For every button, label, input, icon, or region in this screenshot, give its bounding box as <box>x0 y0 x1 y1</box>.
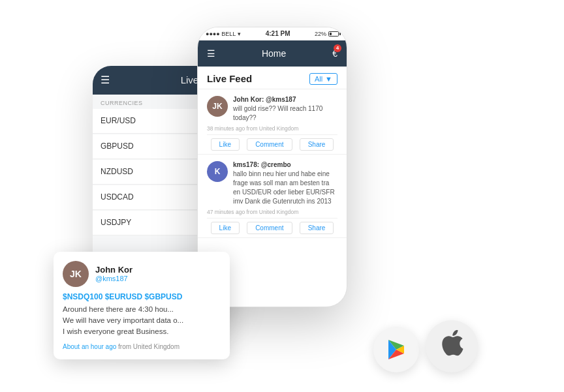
filter-chevron-icon: ▼ <box>325 75 332 83</box>
nav-euro-badge[interactable]: € 4 <box>332 48 337 59</box>
feed-item-2-avatar: K <box>207 161 228 182</box>
currency-name-usdcad: USDCAD <box>101 192 202 202</box>
google-play-badge[interactable] <box>373 327 419 372</box>
signal-dots: ●●●● BELL <box>206 31 236 37</box>
feed-item-2-top: K kms178: @crembo hallo binn neu hier un… <box>207 161 337 206</box>
feed-item-1-actions: Like Comment Share <box>207 134 337 154</box>
feed-item-1-avatar: JK <box>207 96 228 117</box>
status-bar: ●●●● BELL ▾ 4:21 PM 22% <box>198 27 347 40</box>
nav-home-title: Home <box>262 48 286 59</box>
nav-hamburger-icon[interactable]: ☰ <box>207 48 215 59</box>
tweet-handle: @kms187 <box>95 275 133 282</box>
scene: ☰ Live Rate CURRENCIES EUR/USD GBPUSD NZ… <box>54 14 510 379</box>
currency-name-usdjpy: USDJPY <box>101 218 202 227</box>
feed-item-2: K kms178: @crembo hallo binn neu hier un… <box>198 155 347 238</box>
feed-item-2-message: hallo binn neu hier und habe eine frage … <box>233 170 337 206</box>
battery-pct: 22% <box>315 31 326 37</box>
feed-item-1-top: JK John Kor: @kms187 will gold rise?? Wi… <box>207 96 337 123</box>
tweet-username: John Kor <box>95 265 133 275</box>
feed-item-2-time: 47 minutes ago from United Kingdom <box>207 209 337 215</box>
feed-item-1-comment[interactable]: Comment <box>247 138 292 151</box>
currency-name-eurusd: EUR/USD <box>101 116 202 125</box>
tweet-card: JK John Kor @kms187 $NSDQ100 $EURUSD $GB… <box>54 252 230 359</box>
feed-item-2-text: kms178: @crembo hallo binn neu hier und … <box>233 161 337 206</box>
hamburger-icon: ☰ <box>101 74 110 86</box>
feed-item-2-comment[interactable]: Comment <box>247 222 292 234</box>
status-time: 4:21 PM <box>266 30 290 37</box>
feed-item-2-actions: Like Comment Share <box>207 218 337 237</box>
google-play-icon <box>383 337 409 363</box>
currency-name-nzdusd: NZDUSD <box>101 167 202 176</box>
phone-nav: ☰ Home € 4 <box>198 40 347 67</box>
apple-badge[interactable] <box>426 320 478 372</box>
feed-item-2-username: kms178: @crembo <box>233 161 337 168</box>
status-left: ●●●● BELL ▾ <box>206 31 241 37</box>
feed-filter-label: All <box>315 75 322 83</box>
tweet-from: from United Kingdom <box>118 343 180 350</box>
apple-icon <box>440 330 463 362</box>
currency-name-gbpusd: GBPUSD <box>101 142 202 151</box>
feed-item-1-share[interactable]: Share <box>300 138 334 151</box>
tweet-footer: About an hour ago from United Kingdom <box>63 343 221 350</box>
tweet-user-info: John Kor @kms187 <box>95 265 133 282</box>
feed-filter-button[interactable]: All ▼ <box>309 73 337 85</box>
battery-icon <box>328 31 339 37</box>
tweet-avatar: JK <box>63 261 89 287</box>
feed-item-1: JK John Kor: @kms187 will gold rise?? Wi… <box>198 89 347 155</box>
feed-item-1-message: will gold rise?? Will reach 1170 today?? <box>233 104 337 123</box>
feed-item-1-text: John Kor: @kms187 will gold rise?? Will … <box>233 96 337 123</box>
feed-header: Live Feed All ▼ <box>198 67 347 89</box>
feed-item-2-like[interactable]: Like <box>211 222 240 234</box>
live-feed-label: Live Feed <box>207 73 252 84</box>
wifi-icon: ▾ <box>238 31 241 37</box>
euro-badge-count: 4 <box>334 44 341 52</box>
feed-item-1-username: John Kor: @kms187 <box>233 96 337 103</box>
feed-item-1-time: 38 minutes ago from United Kingdom <box>207 125 337 132</box>
tweet-hashtags: $NSDQ100 $EURUSD $GBPUSD <box>63 292 221 301</box>
feed-item-1-like[interactable]: Like <box>211 138 240 151</box>
feed-item-2-share[interactable]: Share <box>300 222 334 234</box>
tweet-time: About an hour ago <box>63 343 116 350</box>
tweet-body: Around here there are 4:30 hou... We wil… <box>63 304 221 338</box>
status-right: 22% <box>315 31 339 37</box>
tweet-card-top: JK John Kor @kms187 <box>63 261 221 287</box>
